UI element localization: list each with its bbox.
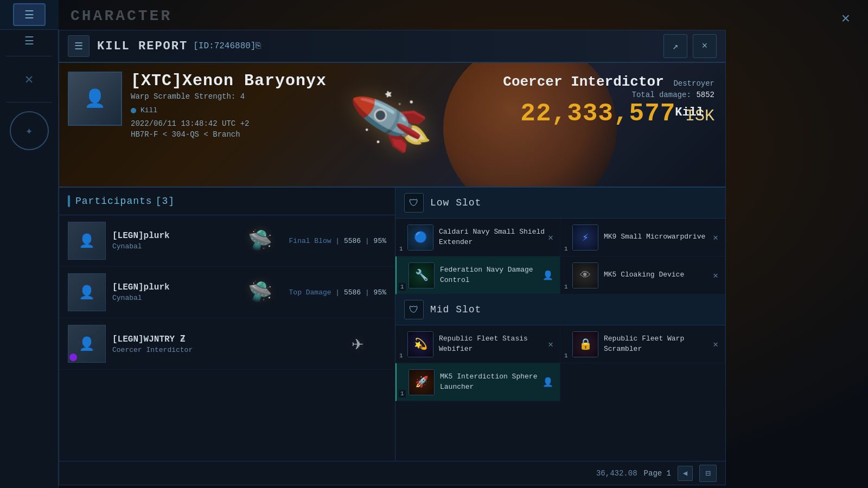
slot-item[interactable]: 1 ⚡ MK9 Small Microwarpdrive ✕ [560, 219, 725, 256]
slot-item[interactable]: 1 🔵 Caldari Navy Small Shield Extender ✕ [395, 219, 560, 256]
sidebar-menu-icon[interactable]: ☰ [13, 30, 46, 52]
window-close-button[interactable]: × [832, 5, 859, 33]
slot-remove-icon[interactable]: ✕ [713, 270, 718, 281]
low-slot-header: 🛡 Low Slot [395, 188, 725, 219]
slot-name: MK9 Small Microwarpdrive [604, 232, 710, 242]
ship-name-line: Coercer Interdictor Destroyer [503, 74, 714, 90]
character-label: CHARACTER [71, 8, 172, 24]
slot-qty: 1 [398, 352, 405, 359]
participant-info-2: [LEGN]plurk Cynabal [112, 282, 236, 302]
prev-icon: ◀ [683, 468, 687, 478]
low-slot-title: Low Slot [430, 197, 481, 208]
participant-row[interactable]: 👤 [LEGN]plurk Cynabal 🛸 Final Blow | 558… [59, 215, 395, 267]
participant-ship-image-3: ✈ [333, 328, 382, 360]
panel-menu-icon: ☰ [74, 40, 83, 52]
hamburger-icon: ☰ [24, 8, 34, 22]
slot-icon-inner: 🔧 [409, 263, 434, 288]
x-icon: ✕ [25, 70, 34, 88]
participant-ship-image-2: 🛸 [236, 276, 285, 309]
export-button[interactable]: ↗ [663, 34, 687, 58]
page-prev-button[interactable]: ◀ [678, 466, 693, 481]
filter-button[interactable]: ⊟ [699, 465, 717, 482]
mid-slot-title: Mid Slot [430, 304, 481, 315]
main-panel: ☰ KILL REPORT [ID:7246880]⎘ ↗ × 👤 [XTC]X… [59, 30, 726, 485]
panel-header: ☰ KILL REPORT [ID:7246880]⎘ ↗ × [59, 30, 725, 63]
hero-section: 👤 [XTC]Xenon Baryonyx Warp Scramble Stre… [59, 63, 725, 188]
slot-icon-inner: 💫 [408, 332, 433, 357]
pilot-avatar: 👤 [68, 72, 122, 126]
panel-menu-button[interactable]: ☰ [68, 35, 90, 57]
slot-icon-inner: 🚀 [409, 370, 434, 395]
participant-info-1: [LEGN]plurk Cynabal [112, 231, 236, 251]
slot-qty: 1 [563, 283, 570, 291]
slot-icon: 🔵 [407, 224, 433, 251]
participant-name-1: [LEGN]plurk [112, 231, 236, 241]
slot-qty: 1 [399, 390, 406, 397]
kill-label-small: Kill [141, 106, 157, 114]
slot-item[interactable]: 1 🔒 Republic Fleet Warp Scrambler ✕ [560, 325, 725, 363]
stat-damage-1: 5586 [344, 237, 361, 245]
panel-close-icon: × [702, 41, 708, 52]
participant-ship-1: Cynabal [112, 242, 236, 251]
ship-stats: Coercer Interdictor Destroyer Total dama… [503, 74, 714, 128]
slot-remove-icon[interactable]: ✕ [713, 232, 718, 243]
app-top-bar: ☰ [0, 0, 59, 30]
slot-remove-icon[interactable]: ✕ [548, 232, 553, 243]
participants-bar [68, 195, 70, 207]
participants-header: Participants [3] [59, 188, 395, 215]
participant-row[interactable]: 👤 [LEGN]WJNTRY Ƶ Coercer Interdictor ✈ [59, 318, 395, 370]
low-slot-grid: 1 🔵 Caldari Navy Small Shield Extender ✕… [395, 219, 725, 294]
slot-name: Republic Fleet Warp Scrambler [604, 334, 710, 354]
participant-name-2: [LEGN]plurk [112, 282, 236, 292]
sidebar-divider-1 [6, 56, 53, 56]
participant-info-3: [LEGN]WJNTRY Ƶ Coercer Interdictor [112, 333, 333, 354]
avatar-image: 👤 [69, 73, 121, 125]
slot-icon: 👁 [572, 262, 598, 288]
slot-item[interactable]: 1 💫 Republic Fleet Stasis Webifier ✕ [395, 325, 560, 363]
filter-icon: ⊟ [705, 468, 711, 479]
participant-ship-3: Coercer Interdictor [112, 346, 333, 354]
slot-item-highlighted[interactable]: 1 🚀 MK5 Interdiction Sphere Launcher 👤 [395, 363, 560, 401]
ship-silhouette: 🚀 [347, 78, 437, 168]
participant-row[interactable]: 👤 [LEGN]plurk Cynabal 🛸 Top Damage | 558… [59, 267, 395, 318]
slot-qty: 1 [398, 245, 405, 253]
slot-item-highlighted[interactable]: 1 🔧 Federation Navy Damage Control 👤 [395, 256, 560, 294]
stat-label-1: Final Blow [289, 237, 331, 245]
participant-badge [69, 354, 77, 361]
isk-value: 22,333,577 [520, 100, 675, 128]
footer-page: Page 1 [644, 469, 671, 478]
sidebar-x-button[interactable]: ✕ [13, 63, 46, 95]
person-icon: 👤 [542, 377, 553, 388]
stat-pct-1: 95% [374, 237, 386, 245]
slot-qty: 1 [563, 245, 570, 253]
slot-remove-icon[interactable]: ✕ [548, 339, 553, 350]
slot-qty: 1 [563, 352, 570, 359]
slot-remove-icon[interactable]: ✕ [713, 339, 718, 350]
participant-avatar-1: 👤 [68, 222, 106, 260]
kill-dot [131, 108, 136, 113]
panel-close-button[interactable]: × [693, 34, 717, 58]
total-damage-label: Total damage: [632, 91, 691, 99]
slot-icon: 🔒 [572, 331, 598, 357]
participant-ship-2: Cynabal [112, 294, 236, 302]
close-icon: × [841, 11, 851, 28]
mid-slot-grid: 1 💫 Republic Fleet Stasis Webifier ✕ 1 🔒… [395, 325, 725, 401]
slot-name: Caldari Navy Small Shield Extender [439, 227, 545, 247]
participant-stats-1: Final Blow | 5586 | 95% [289, 237, 386, 245]
mid-slot-icon: 🛡 [404, 300, 424, 319]
hamburger-button[interactable]: ☰ [13, 3, 46, 26]
footer-value: 36,432.08 [596, 469, 637, 478]
total-damage-value: 5852 [696, 91, 714, 99]
participants-count: [3] [156, 196, 175, 207]
slot-item[interactable]: 1 👁 MK5 Cloaking Device ✕ [560, 256, 725, 294]
slot-qty: 1 [399, 283, 406, 291]
slot-icon-inner: 🔒 [573, 332, 598, 357]
sidebar: ☰ ✕ ✦ [0, 0, 59, 488]
slots-panel: 🛡 Low Slot 1 🔵 Caldari Navy Small Shield… [395, 188, 725, 461]
lines-icon: ☰ [24, 34, 34, 48]
slot-name: MK5 Interdiction Sphere Launcher [440, 372, 539, 391]
slot-icon: ⚡ [572, 224, 598, 251]
sidebar-star-button[interactable]: ✦ [10, 111, 49, 150]
participants-list: 👤 [LEGN]plurk Cynabal 🛸 Final Blow | 558… [59, 215, 395, 461]
participant-ship-image-1: 🛸 [236, 224, 285, 257]
